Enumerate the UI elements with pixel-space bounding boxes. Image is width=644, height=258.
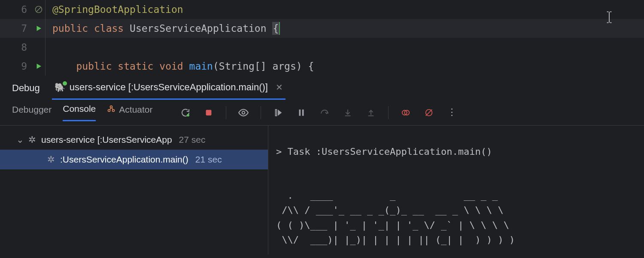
resume-button[interactable] — [272, 107, 284, 119]
spring-banner-line: /\\ / ___'_ __ _ _(_)_ __ __ _ \ \ \ \ — [276, 205, 504, 215]
spinner-icon: ✲ — [28, 135, 37, 145]
code: public class UsersServiceApplication { — [45, 19, 280, 38]
line-8: 8 — [0, 38, 644, 57]
view-breakpoints-button[interactable] — [400, 107, 412, 119]
divider — [388, 106, 389, 119]
annotation: @SpringBootApplication — [52, 4, 183, 15]
code: @SpringBootApplication — [45, 0, 183, 19]
build-tree[interactable]: ⌄ ✲ users-service [:UsersServiceApp 27 s… — [0, 126, 268, 255]
run-gutter-icon[interactable] — [32, 62, 45, 70]
chevron-down-icon[interactable]: ⌄ — [16, 135, 24, 145]
show-button[interactable] — [237, 107, 249, 119]
mute-breakpoints-button[interactable] — [423, 107, 435, 119]
run-config-label: users-service [:UsersServiceApplication.… — [70, 82, 268, 93]
stop-button[interactable] — [203, 107, 215, 119]
rerun-button[interactable] — [179, 107, 191, 119]
divider — [261, 106, 261, 119]
tree-child-time: 21 sec — [195, 154, 222, 165]
tree-root-label: users-service [:UsersServiceApp — [41, 135, 172, 145]
tree-root-time: 27 sec — [179, 135, 206, 145]
console-task-line: > Task :UsersServiceApplication.main() — [276, 146, 492, 157]
more-button[interactable]: ⋯ — [446, 107, 458, 119]
divider — [226, 106, 226, 119]
svg-rect-8 — [275, 109, 276, 116]
tree-root[interactable]: ⌄ ✲ users-service [:UsersServiceApp 27 s… — [0, 130, 268, 150]
line-7: 7 public class UsersServiceApplication { — [0, 19, 644, 38]
svg-line-1 — [36, 7, 41, 12]
step-over-button[interactable] — [319, 107, 331, 119]
code-editor[interactable]: 6 @SpringBootApplication 7 public class … — [0, 0, 644, 76]
debug-bottom-panel: ⌄ ✲ users-service [:UsersServiceApp 27 s… — [0, 126, 644, 255]
tab-console[interactable]: Console — [63, 104, 96, 121]
close-icon[interactable]: ✕ — [276, 82, 283, 92]
tree-child-label: :UsersServiceApplication.main() — [60, 154, 188, 165]
line-number: 7 — [0, 23, 32, 34]
caret-brace: { — [272, 22, 280, 35]
pause-button[interactable] — [295, 107, 307, 119]
step-out-button[interactable] — [365, 107, 377, 119]
run-gutter-icon[interactable] — [32, 25, 45, 32]
text-cursor-icon — [605, 10, 613, 24]
line-6: 6 @SpringBootApplication — [0, 0, 644, 19]
tab-debugger[interactable]: Debugger — [12, 104, 52, 121]
svg-rect-11 — [302, 109, 304, 116]
svg-marker-9 — [278, 109, 282, 116]
actuator-icon — [107, 104, 115, 115]
spring-banner-line: ( ( )\___ | '_ | '_| | '_ \/ _` | \ \ \ … — [276, 220, 509, 230]
line-number: 8 — [0, 42, 32, 53]
no-run-icon — [32, 5, 45, 14]
line-number: 9 — [0, 61, 32, 72]
run-config-tab[interactable]: 🐘 users-service [:UsersServiceApplicatio… — [52, 76, 286, 100]
spinner-icon: ✲ — [47, 154, 56, 165]
tab-actuator[interactable]: Actuator — [107, 104, 152, 121]
gradle-icon: 🐘 — [55, 82, 65, 92]
debug-tool-window-header: Debug 🐘 users-service [:UsersServiceAppl… — [0, 76, 644, 100]
tree-child[interactable]: ✲ :UsersServiceApplication.main() 21 sec — [0, 150, 268, 169]
svg-point-7 — [242, 111, 245, 114]
code: public static void main ( String[] args … — [45, 57, 314, 76]
svg-point-5 — [187, 114, 189, 117]
step-into-button[interactable] — [342, 107, 354, 119]
spring-banner-line: . ____ _ __ _ _ — [276, 190, 498, 201]
console-output[interactable]: > Task :UsersServiceApplication.main() .… — [268, 126, 644, 255]
line-number: 6 — [0, 4, 32, 15]
spring-banner-line: \\/ ___)| |_)| | | | | || (_| | ) ) ) ) — [276, 234, 515, 245]
line-9: 9 public static void main ( String[] arg… — [0, 57, 644, 76]
tool-window-title: Debug — [12, 83, 40, 94]
svg-rect-10 — [299, 109, 301, 116]
debug-toolbar: Debugger Console Actuator ⋯ — [0, 100, 644, 126]
svg-rect-6 — [206, 110, 211, 115]
